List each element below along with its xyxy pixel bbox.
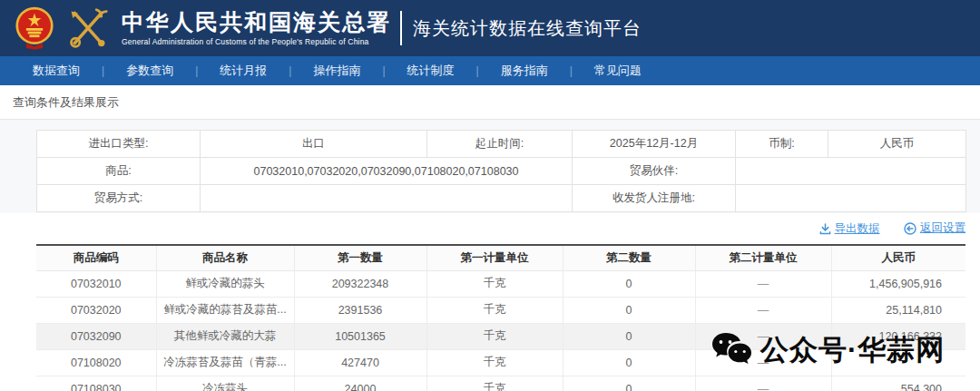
customs-key-caduceus-icon (65, 6, 111, 50)
table-row: 07032010鲜或冷藏的蒜头209322348千克0—1,456,905,91… (36, 270, 965, 297)
table-cell: 0 (563, 349, 695, 376)
download-icon (819, 223, 831, 235)
actions-bar: 导出数据 返回设置 (0, 220, 965, 239)
table-cell: 25,114,810 (831, 297, 965, 323)
nav-item-2[interactable]: 统计月报 (198, 63, 289, 79)
nav-item-0[interactable]: 数据查询 (11, 63, 102, 79)
nav-item-4[interactable]: 统计制度 (386, 63, 476, 79)
table-cell: 2391536 (294, 297, 426, 323)
cond-value (736, 185, 966, 212)
cond-label: 进出口类型: (37, 131, 201, 158)
cond-label: 起止时间: (427, 131, 573, 158)
cond-value: 07032010,07032020,07032090,07108020,0710… (201, 158, 573, 185)
table-cell: 10501365 (294, 323, 426, 349)
banner-divider (400, 11, 402, 45)
results-table: 商品编码商品名称第一数量第一计量单位第二数量第二计量单位人民币 07032010… (36, 244, 965, 391)
cond-value: 2025年12月-12月 (573, 131, 736, 158)
table-cell: 427470 (294, 349, 426, 376)
table-cell: 554,300 (831, 376, 965, 391)
national-emblem-icon (15, 6, 54, 50)
table-cell: 07032020 (36, 297, 156, 323)
table-cell: 冷冻蒜苔及蒜苗（青蒜... (156, 349, 294, 376)
column-header: 商品编码 (36, 245, 156, 270)
table-row: 07108020冷冻蒜苔及蒜苗（青蒜...427470千克0— (36, 349, 965, 376)
table-cell: 0 (563, 270, 695, 297)
condition-row: 贸易方式:收发货人注册地: (37, 185, 966, 212)
table-cell: 其他鲜或冷藏的大蒜 (156, 323, 294, 349)
nav-bar: 数据查询|参数查询|统计月报|操作指南|统计制度|服务指南|常见问题 (0, 56, 980, 85)
cond-label: 收发货人注册地: (573, 185, 736, 212)
table-cell: 07032090 (36, 323, 156, 349)
top-banner: 中华人民共和国海关总署 General Administration of Cu… (0, 0, 980, 56)
platform-title: 海关统计数据在线查询平台 (413, 16, 642, 41)
table-cell: 07032010 (36, 270, 156, 297)
table-cell: 鲜或冷藏的蒜苔及蒜苗... (156, 297, 294, 323)
condition-row: 商品:07032010,07032020,07032090,07108020,0… (37, 158, 966, 185)
column-header: 第二计量单位 (695, 245, 831, 270)
table-row: 07032090其他鲜或冷藏的大蒜10501365千克0—120,166,332 (36, 323, 965, 349)
table-cell: 0 (563, 323, 695, 349)
table-cell: 0 (563, 376, 695, 391)
back-settings-link[interactable]: 返回设置 (904, 220, 965, 236)
table-cell: 1,456,905,916 (831, 270, 965, 297)
table-cell: — (695, 270, 831, 297)
nav-item-1[interactable]: 参数查询 (104, 63, 195, 79)
cond-value: 出口 (201, 131, 427, 158)
cond-label: 商品: (37, 158, 201, 185)
back-arrow-icon (904, 222, 916, 235)
table-cell: 24000 (294, 376, 426, 391)
nav-item-6[interactable]: 常见问题 (573, 63, 663, 79)
table-cell: 鲜或冷藏的蒜头 (156, 270, 294, 297)
table-cell: — (695, 323, 831, 349)
table-row: 07108030冷冻蒜头24000千克0—554,300 (36, 376, 965, 391)
cond-label: 贸易方式: (37, 185, 201, 212)
column-header: 第二数量 (563, 245, 695, 270)
section-bar: 查询条件及结果展示 (0, 85, 980, 120)
table-cell: 千克 (426, 297, 563, 323)
table-row: 07032020鲜或冷藏的蒜苔及蒜苗...2391536千克0—25,114,8… (36, 297, 965, 323)
table-cell: 千克 (426, 376, 563, 391)
table-cell: 120,166,332 (831, 323, 965, 349)
condition-row: 进出口类型:出口起止时间:2025年12月-12月币制:人民币 (37, 131, 966, 158)
table-cell: — (695, 297, 831, 323)
conditions-table: 进出口类型:出口起止时间:2025年12月-12月币制:人民币商品:070320… (36, 130, 966, 212)
column-header: 第一数量 (294, 245, 426, 270)
table-cell: 千克 (426, 270, 563, 297)
nav-item-3[interactable]: 操作指南 (291, 63, 382, 79)
table-cell: 07108020 (36, 349, 156, 376)
org-subtitle: General Administration of Customs of the… (122, 37, 391, 46)
cond-value (201, 185, 573, 212)
section-title: 查询条件及结果展示 (13, 95, 119, 109)
table-cell (831, 349, 965, 376)
query-conditions-panel: 进出口类型:出口起止时间:2025年12月-12月币制:人民币商品:070320… (0, 120, 980, 213)
export-data-link[interactable]: 导出数据 (819, 221, 880, 237)
column-header: 第一计量单位 (426, 245, 563, 270)
cond-value: 人民币 (828, 131, 966, 158)
cond-value (736, 158, 966, 185)
nav-item-5[interactable]: 服务指南 (479, 63, 570, 79)
table-cell: 0 (563, 297, 695, 323)
table-cell: 07108030 (36, 376, 156, 391)
cond-label: 贸易伙伴: (573, 158, 736, 185)
org-title: 中华人民共和国海关总署 (122, 10, 391, 35)
cond-label: 币制: (736, 131, 828, 158)
table-cell: 千克 (426, 323, 563, 349)
table-cell: — (695, 376, 831, 391)
table-cell: — (695, 349, 831, 376)
table-cell: 209322348 (294, 270, 426, 297)
column-header: 商品名称 (156, 245, 294, 270)
column-header: 人民币 (831, 245, 965, 270)
table-cell: 千克 (426, 349, 563, 376)
table-cell: 冷冻蒜头 (156, 376, 294, 391)
